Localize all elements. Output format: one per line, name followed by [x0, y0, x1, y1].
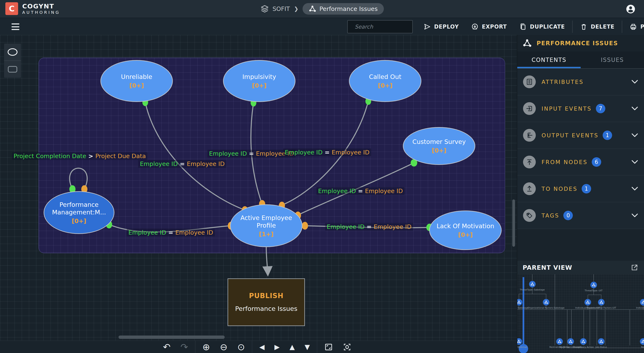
parent-view-header: PARENT VIEW [517, 261, 644, 274]
section-label: ATTRIBUTES [542, 79, 584, 85]
redo-icon[interactable]: ↷ [180, 343, 188, 352]
minimap-node-label: Organizational Factors-Sabotage [528, 307, 564, 309]
export-button[interactable]: EXPORT [465, 20, 513, 33]
minimap-node-icon [598, 299, 604, 306]
minimap-node-icon [517, 338, 522, 345]
model-canvas[interactable]: Unreliable [0+] Impulsivity [0+] Called … [0, 35, 517, 341]
chevron-down-icon[interactable] [631, 160, 638, 164]
minimap-node-icon [598, 338, 604, 345]
minimap-node[interactable]: Factor--Sabotage [517, 299, 528, 309]
horizontal-scrollbar[interactable] [118, 336, 225, 339]
tab-contents[interactable]: CONTENTS [517, 51, 581, 68]
chevron-down-icon[interactable] [631, 213, 638, 218]
toolbar-divider [572, 20, 572, 33]
app-logo: C COGYNT AUTHORING [5, 2, 60, 15]
pan-right-icon[interactable]: ▶ [274, 344, 280, 350]
toolbar-divider [317, 341, 317, 353]
edge-label-project-dates: Project Completion Date>Project Due Data [12, 152, 148, 160]
minimap-node-icon [517, 299, 522, 306]
node-impulsivity[interactable]: Impulsivity [0+] [223, 60, 296, 102]
ellipse-tool[interactable] [4, 43, 21, 60]
breadcrumb-separator: ❯ [294, 6, 298, 12]
section-input-events[interactable]: INPUT EVENTS 7 [517, 95, 644, 122]
open-in-new-icon[interactable] [630, 263, 639, 272]
node-lack-of-motivation[interactable]: Lack Of Motivation [0+] [429, 211, 502, 250]
minimap-node-icon [543, 299, 549, 306]
minimap-node[interactable]: ThreatType--UIT [584, 282, 602, 292]
zoom-reset-icon[interactable]: ⊙ [238, 343, 245, 352]
edge-label-employee-id: Employee ID=Employee ID [208, 150, 296, 157]
toolbar-divider [252, 341, 252, 353]
section-label: TAGS [542, 212, 559, 219]
menu-icon[interactable] [12, 23, 19, 30]
tags-icon [523, 209, 536, 222]
minimap-node[interactable]: Rec [640, 338, 644, 349]
focus-selection-icon[interactable] [343, 343, 352, 351]
section-attributes[interactable]: ATTRIBUTES [517, 69, 644, 95]
rounded-rect-tool[interactable] [4, 60, 21, 78]
logo-title: COGYNT [22, 3, 60, 9]
breadcrumb-current[interactable]: Performance Issues [302, 3, 384, 14]
node-label: Unreliable [116, 73, 157, 81]
chevron-down-icon[interactable] [631, 80, 638, 84]
minimap-node-icon [640, 338, 644, 345]
section-from-nodes[interactable]: FROM NODES 6 [517, 149, 644, 176]
section-tags[interactable]: TAGS 0 [517, 202, 644, 229]
parent-view-minimap[interactable]: ThreatType--Sabotage ThreatType--UIT Fac… [517, 274, 644, 353]
breadcrumb-current-label: Performance Issues [319, 5, 378, 12]
canvas-toolbar: ↶ ↷ ⊕ ⊖ ⊙ ◀ ▶ ▲ ▼ [0, 341, 517, 353]
publish-title: PUBLISH [249, 292, 284, 300]
fit-view-icon[interactable] [324, 343, 333, 351]
chevron-down-icon[interactable] [631, 133, 638, 137]
node-active-employee-profile[interactable]: Active Employee Profile [1+] [230, 204, 302, 247]
publish-node[interactable]: PUBLISH Performance Issues [228, 278, 305, 326]
zoom-in-icon[interactable]: ⊕ [202, 343, 210, 352]
node-count: [0+] [130, 82, 144, 89]
pan-down-icon[interactable]: ▼ [305, 344, 310, 350]
layers-icon [260, 4, 269, 13]
minimap-node[interactable]: Organizational Factors-UIT [586, 299, 616, 309]
node-customer-survey[interactable]: Customer Survey [0+] [403, 127, 475, 165]
minimap-node[interactable]: Job-Status [596, 338, 607, 349]
zoom-out-icon[interactable]: ⊖ [220, 343, 228, 352]
minimap-node[interactable]: Organizational Factors-Sabotage [528, 299, 564, 309]
section-output-events[interactable]: OUTPUT EVENTS 1 [517, 122, 644, 149]
pan-left-icon[interactable]: ◀ [259, 344, 264, 350]
action-buttons: DEPLOY EXPORT DUPLICATE DELETE [417, 18, 644, 35]
minimap-node-label: Job-Status [596, 346, 607, 349]
delete-button[interactable]: DELETE [574, 20, 620, 33]
minimap-node[interactable]: ThreatType--Sabotage [520, 281, 544, 291]
chevron-down-icon[interactable] [631, 106, 638, 111]
undo-icon[interactable]: ↶ [163, 343, 170, 352]
sidebar-header: PERFORMANCE ISSUES [517, 35, 644, 51]
minimap-node-icon [590, 282, 597, 288]
node-label: Impulsivity [238, 73, 281, 81]
account-icon[interactable] [626, 4, 635, 14]
node-label: Called Out [364, 73, 406, 81]
minimap-node-label: Organizational Factors-UIT [586, 307, 616, 309]
node-unreliable[interactable]: Unreliable [0+] [100, 60, 173, 102]
section-label: INPUT EVENTS [542, 105, 592, 112]
pan-up-icon[interactable]: ▲ [290, 344, 295, 350]
sidebar-tabs: CONTENTS ISSUES [517, 51, 644, 69]
edge-label-employee-id: Employee ID=Employee ID [127, 229, 215, 236]
logo-mark-icon: C [5, 2, 18, 15]
sidebar-spacer [517, 229, 644, 261]
minimap-node[interactable]: Individual Fa [636, 299, 644, 309]
vertical-scrollbar[interactable] [512, 199, 515, 247]
tab-issues[interactable]: ISSUES [581, 51, 644, 68]
minimap-node[interactable]: listed Webmail [517, 338, 527, 349]
duplicate-icon [519, 23, 527, 30]
deploy-button[interactable]: DEPLOY [417, 20, 465, 33]
search-input[interactable] [355, 24, 422, 30]
edge-label-employee-id: Employee ID=Employee ID [325, 223, 413, 231]
section-to-nodes[interactable]: TO NODES 1 [517, 176, 644, 202]
chevron-down-icon[interactable] [631, 187, 638, 191]
duplicate-button[interactable]: DUPLICATE [513, 20, 571, 33]
node-called-out[interactable]: Called Out [0+] [349, 60, 422, 102]
breadcrumb-project[interactable]: SOFIT [260, 4, 290, 13]
node-label: Customer Survey [408, 138, 470, 146]
minimap-node[interactable]: Disciplinary Action [573, 338, 594, 349]
node-performance-management[interactable]: Performance Management:M... [0+] [44, 191, 114, 234]
print-button[interactable]: PRINT [624, 20, 644, 33]
